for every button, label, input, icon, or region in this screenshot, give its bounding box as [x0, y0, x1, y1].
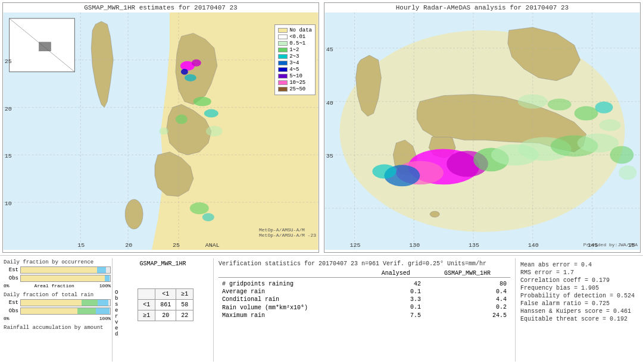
rain-upper-2 — [548, 99, 572, 111]
obs-side-label: O b s e r v e d — [115, 290, 118, 337]
legend-label-lt001: <0.01 — [289, 34, 305, 40]
est-yellow-fill — [21, 267, 106, 273]
rain-magenta-2 — [192, 59, 201, 67]
est-rain-blue — [98, 300, 108, 306]
legend-label-10-25: 10~25 — [289, 80, 305, 86]
rain-chart: Est Obs 0% 1 — [4, 299, 111, 321]
rain-upper-1 — [518, 95, 548, 109]
stats-avgrain-label: Average rain — [219, 288, 367, 296]
legend-color-lt001 — [278, 34, 288, 39]
rain-ne-2 — [595, 102, 613, 114]
legend-color-4-5 — [278, 67, 288, 72]
contingency-table: <1 ≥1 <1 861 58 ≥1 20 22 — [138, 288, 193, 321]
legend-color-5-10 — [278, 74, 288, 79]
legend-4-5: 4~5 — [278, 67, 312, 73]
right-attribution: Provided by:JWA/JMA — [583, 242, 638, 247]
rain-green-1 — [193, 97, 211, 106]
attribution-line2: MetOp-A/AMSU-A/M -23 — [259, 233, 316, 238]
est-blue-fill — [97, 267, 106, 273]
svg-text:130: 130 — [409, 242, 420, 249]
contingency-wrapper: O b s e r v e d <1 ≥1 <1 — [115, 269, 211, 337]
rain-cyan-1 — [185, 74, 196, 81]
metric-hanssen: Hanssen & Kuipers score = 0.461 — [520, 308, 636, 315]
occurrence-chart: Est Obs 0% Areal fraction 10 — [4, 266, 111, 288]
legend: No data <0.01 0.5~1 1~2 — [274, 24, 316, 95]
main-container: GSMAP_MWR_1HR estimates for 20170407 23 — [0, 0, 643, 364]
obs-side-r: r — [115, 313, 118, 319]
svg-text:15: 15 — [5, 153, 12, 159]
legend-color-25-50 — [278, 87, 288, 92]
est-label-2: Est — [4, 300, 18, 306]
obs-side-o: O — [115, 290, 118, 296]
left-map-content: 25 20 15 10 15 20 25 ANAL No data — [3, 12, 319, 250]
accumulation-title: Rainfall accumulation by amount — [4, 325, 111, 331]
rain-green-3 — [190, 202, 209, 214]
stats-avgrain-row: Average rain 0.1 0.4 — [219, 288, 510, 296]
maps-row: GSMAP_MWR_1HR estimates for 20170407 23 — [0, 0, 643, 256]
col-analysed-header: Analysed — [367, 269, 424, 278]
stats-condrain-row: Conditional rain 3.3 4.4 — [219, 296, 510, 303]
contingency-row-lt1: <1 861 58 — [138, 299, 193, 310]
axis-0pct-2: 0% — [4, 316, 10, 321]
attribution-line1: MetOp-A/AMSU-A/M — [259, 227, 316, 233]
stats-condrain-label: Conditional rain — [219, 296, 367, 303]
legend-2-3: 2~3 — [278, 54, 312, 59]
stats-maxrain-analysed: 7.5 — [367, 312, 424, 319]
rain-cyan-3 — [202, 213, 214, 221]
svg-text:25: 25 — [173, 242, 180, 249]
inset-highlight — [39, 42, 51, 51]
legend-25-50: 25~50 — [278, 86, 312, 92]
obs-rain-bar — [20, 307, 111, 315]
stats-table: Analysed GSMAP_MWR_1HR # gridpoints rain… — [219, 269, 510, 319]
svg-text:45: 45 — [326, 46, 333, 53]
axis-100pct-1: 100% — [99, 283, 111, 288]
metric-rms: RMS error = 1.7 — [520, 269, 636, 276]
metric-prob-detection: Probability of detection = 0.524 — [520, 293, 636, 299]
obs-label-2: Obs — [4, 308, 18, 314]
obs-label-1: Obs — [4, 275, 18, 281]
legend-05-1: 0.5~1 — [278, 40, 312, 46]
left-attribution: MetOp-A/AMSU-A/M MetOp-A/AMSU-A/M -23 — [259, 227, 316, 238]
obs-side-s: s — [115, 302, 118, 307]
obs-occurrence-row: Obs — [4, 275, 111, 282]
col-gsmap-header: GSMAP_MWR_1HR — [424, 269, 510, 278]
rain-lgreen-1 — [159, 128, 168, 135]
axis-100pct-2: 100% — [99, 316, 111, 321]
rain-ne-3 — [600, 120, 621, 131]
obs-occurrence-bar — [20, 275, 111, 282]
svg-text:140: 140 — [528, 242, 539, 249]
verification-section: Verification statistics for 20170407 23 … — [214, 258, 516, 362]
charts-section: Daily fraction by occurrence Est Obs — [2, 258, 113, 362]
est-label-1: Est — [4, 267, 18, 273]
right-map-content: 45 40 35 125 130 135 140 145 15 Provided… — [324, 12, 640, 250]
svg-text:25: 25 — [5, 58, 12, 65]
contingency-row-lt1-label: <1 — [138, 299, 155, 310]
contingency-row-gte1-label: ≥1 — [138, 310, 155, 321]
est-rain-bar — [20, 299, 111, 306]
stats-rainvol-row: Rain volume (mm*km²x10⁶) 0.1 0.2 — [219, 303, 510, 312]
legend-1-2: 1~2 — [278, 47, 312, 53]
stats-maxrain-gsmap: 24.5 — [424, 312, 510, 319]
stats-row: Daily fraction by occurrence Est Obs — [0, 256, 643, 364]
rain-ne-5 — [619, 165, 636, 180]
obs-blue-fill — [105, 275, 110, 281]
legend-5-10: 5~10 — [278, 73, 312, 79]
svg-text:15: 15 — [77, 242, 85, 249]
obs-side-e: e — [115, 307, 118, 313]
svg-text:135: 135 — [469, 242, 479, 249]
stats-label-header — [219, 269, 367, 278]
stats-avgrain-analysed: 0.1 — [367, 288, 424, 296]
contingency-val-20: 20 — [155, 310, 176, 321]
legend-3-4: 3~4 — [278, 60, 312, 66]
metrics-section: Mean abs error = 0.4 RMS error = 1.7 Cor… — [516, 258, 641, 362]
obs-side-v: v — [115, 319, 118, 325]
contingency-val-861: 861 — [155, 299, 176, 310]
right-map-svg: 45 40 35 125 130 135 140 145 15 — [324, 12, 640, 250]
legend-color-2-3 — [278, 54, 288, 59]
stats-gridpoints-row: # gridpoints raining 42 80 — [219, 280, 510, 288]
obs-side-b: b — [115, 296, 118, 302]
legend-color-nodata — [278, 28, 288, 33]
est-rain-yellow — [21, 300, 83, 306]
verification-title: Verification statistics for 20170407 23 … — [219, 261, 510, 267]
metric-mean-abs: Mean abs error = 0.4 — [520, 262, 636, 268]
